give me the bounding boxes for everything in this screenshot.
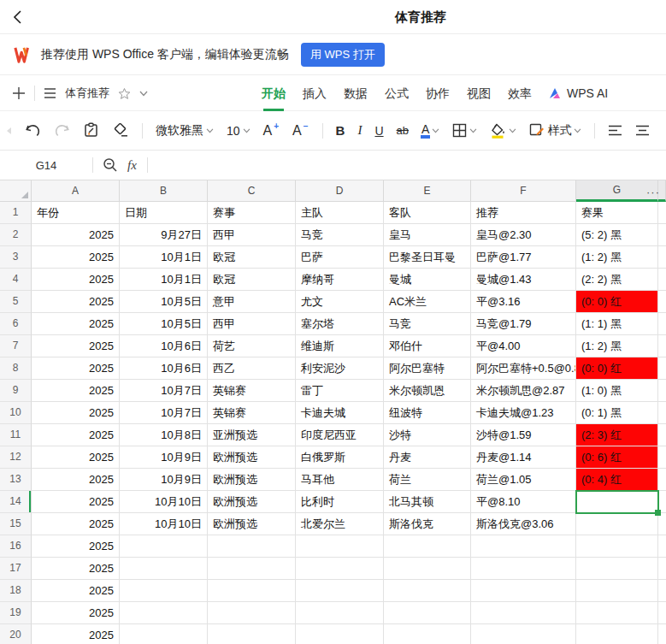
cell-D4[interactable]: 摩纳哥 [296,269,384,291]
fill-color-button[interactable] [490,123,516,139]
cell-D8[interactable]: 利安泥沙 [296,357,384,380]
row-header-7[interactable]: 7 [0,335,32,357]
cell-G16[interactable] [576,535,658,558]
row-header-14[interactable]: 14 [0,491,32,513]
cell-E5[interactable]: AC米兰 [384,291,471,313]
cell-D15[interactable]: 北爱尔兰 [296,513,384,535]
cell-D13[interactable]: 马耳他 [296,469,384,491]
cell-A6[interactable]: 2025 [32,313,120,335]
cell-F18[interactable] [471,580,576,602]
cell-G8[interactable]: (0: 0) 红 [576,357,658,380]
cell-A1[interactable]: 年份 [32,202,120,224]
cell-A14[interactable]: 2025 [32,491,120,513]
cell-G2[interactable]: (5: 2) 黑 [576,224,658,246]
cell-G4[interactable]: (2: 2) 黑 [576,269,658,291]
row-header-2[interactable]: 2 [0,224,32,246]
cell-C19[interactable] [208,602,296,624]
zoom-button[interactable] [103,157,118,173]
cell-B14[interactable]: 10月10日 [120,491,208,513]
cell-C13[interactable]: 欧洲预选 [208,469,296,491]
cell-B16[interactable] [120,535,208,558]
redo-button[interactable] [54,123,70,138]
cell-G19[interactable] [576,602,658,624]
tab-协作[interactable]: 协作 [426,75,450,111]
cell-C17[interactable] [208,558,296,580]
tab-开始[interactable]: 开始 [262,75,286,111]
cell-B11[interactable]: 10月8日 [120,424,208,446]
cell-E10[interactable]: 纽波特 [384,402,471,424]
cell-B17[interactable] [120,558,208,580]
decrease-font-button[interactable]: A− [292,123,309,139]
align-left-button[interactable] [608,125,622,136]
column-header-D[interactable]: D [296,180,384,202]
cell-F14[interactable]: 平@8.10 [471,491,576,513]
cell-A16[interactable]: 2025 [32,535,120,558]
select-all-corner[interactable] [0,180,32,202]
cell-B20[interactable] [120,624,208,644]
cell-C8[interactable]: 西乙 [208,357,296,380]
cell-A17[interactable]: 2025 [32,558,120,580]
cell-D7[interactable]: 维迪斯 [296,335,384,357]
new-sheet-button[interactable] [12,86,26,100]
name-box[interactable]: G14 [0,159,92,172]
cell-D17[interactable] [296,558,384,580]
tab-WPS AI[interactable]: WPS AI [549,75,608,111]
format-painter-button[interactable] [83,122,99,139]
cell-C9[interactable]: 英锦赛 [208,380,296,402]
tab-视图[interactable]: 视图 [467,75,491,111]
tab-插入[interactable]: 插入 [303,75,327,111]
cell-D9[interactable]: 雷丁 [296,380,384,402]
cell-D3[interactable]: 巴萨 [296,246,384,269]
cell-A4[interactable]: 2025 [32,269,120,291]
cell-D18[interactable] [296,580,384,602]
row-header-13[interactable]: 13 [0,469,32,491]
cell-G12[interactable]: (0: 6) 红 [576,446,658,469]
favorite-star-button[interactable] [118,87,131,100]
cell-F3[interactable]: 巴萨@1.77 [471,246,576,269]
cell-E12[interactable]: 丹麦 [384,446,471,469]
cell-E17[interactable] [384,558,471,580]
cell-G3[interactable]: (1: 2) 黑 [576,246,658,269]
cell-B3[interactable]: 10月1日 [120,246,208,269]
cell-A15[interactable]: 2025 [32,513,120,535]
cell-D20[interactable] [296,624,384,644]
font-size-select[interactable]: 10 [227,124,250,138]
cell-B12[interactable]: 10月9日 [120,446,208,469]
cell-B6[interactable]: 10月5日 [120,313,208,335]
cell-F13[interactable]: 荷兰@1.05 [471,469,576,491]
row-header-10[interactable]: 10 [0,402,32,424]
cell-G6[interactable]: (1: 1) 黑 [576,313,658,335]
column-header-E[interactable]: E [384,180,471,202]
cell-G13[interactable]: (0: 4) 红 [576,469,658,491]
tab-数据[interactable]: 数据 [344,75,368,111]
cell-A8[interactable]: 2025 [32,357,120,380]
cell-A7[interactable]: 2025 [32,335,120,357]
scroll-toolbar-left-button[interactable] [5,127,12,135]
cell-C7[interactable]: 荷艺 [208,335,296,357]
cell-F4[interactable]: 曼城@1.43 [471,269,576,291]
bold-button[interactable]: B [336,123,345,138]
cell-E7[interactable]: 邓伯什 [384,335,471,357]
cell-A12[interactable]: 2025 [32,446,120,469]
title-dropdown-button[interactable] [139,91,148,97]
cell-A18[interactable]: 2025 [32,580,120,602]
cell-B13[interactable]: 10月9日 [120,469,208,491]
cell-style-button[interactable]: 样式 [529,123,581,139]
back-button[interactable] [9,7,29,27]
cell-E19[interactable] [384,602,471,624]
cell-F10[interactable]: 卡迪夫城@1.23 [471,402,576,424]
cell-F6[interactable]: 马竞@1.79 [471,313,576,335]
row-header-3[interactable]: 3 [0,246,32,269]
cell-E2[interactable]: 皇马 [384,224,471,246]
cell-A2[interactable]: 2025 [32,224,120,246]
cell-E18[interactable] [384,580,471,602]
cell-F12[interactable]: 丹麦@1.14 [471,446,576,469]
undo-button[interactable] [25,123,41,138]
cell-E14[interactable]: 北马其顿 [384,491,471,513]
cell-F8[interactable]: 阿尔巴塞特+0.5@0.8 [471,357,576,380]
cell-B19[interactable] [120,602,208,624]
cell-D6[interactable]: 塞尔塔 [296,313,384,335]
cell-A19[interactable]: 2025 [32,602,120,624]
tab-效率[interactable]: 效率 [508,75,532,111]
cell-G18[interactable] [576,580,658,602]
